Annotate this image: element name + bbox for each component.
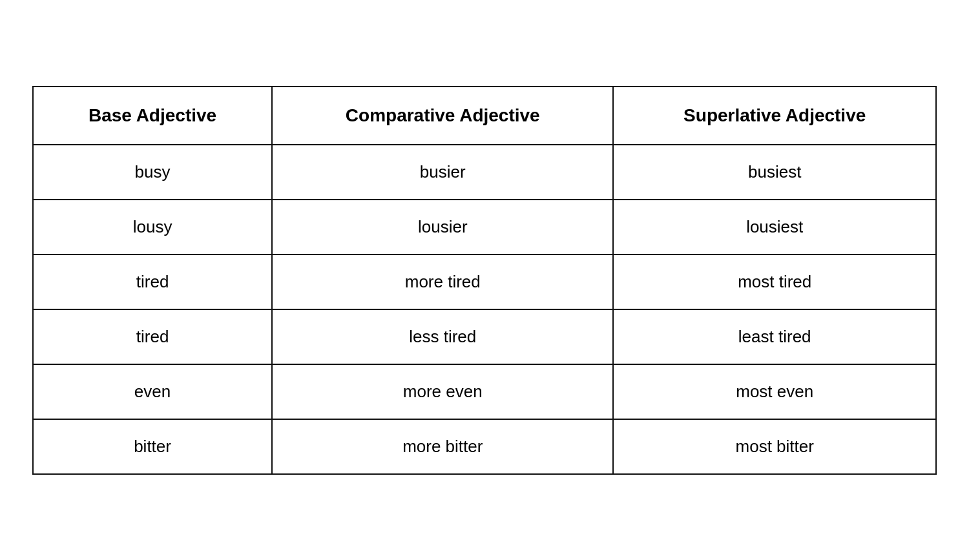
header-comparative-adjective: Comparative Adjective bbox=[272, 87, 613, 145]
cell-base-0: busy bbox=[33, 145, 272, 200]
cell-comparative-0: busier bbox=[272, 145, 613, 200]
cell-comparative-1: lousier bbox=[272, 200, 613, 254]
cell-base-1: lousy bbox=[33, 200, 272, 254]
table-row: busybusierbusiest bbox=[33, 145, 936, 200]
adjective-table: Base Adjective Comparative Adjective Sup… bbox=[32, 86, 937, 475]
cell-comparative-5: more bitter bbox=[272, 419, 613, 474]
table-row: tiredmore tiredmost tired bbox=[33, 254, 936, 309]
cell-comparative-4: more even bbox=[272, 364, 613, 419]
header-superlative-adjective: Superlative Adjective bbox=[613, 87, 936, 145]
cell-base-4: even bbox=[33, 364, 272, 419]
cell-superlative-1: lousiest bbox=[613, 200, 936, 254]
cell-comparative-3: less tired bbox=[272, 309, 613, 364]
table-row: lousylousierlousiest bbox=[33, 200, 936, 254]
cell-superlative-3: least tired bbox=[613, 309, 936, 364]
cell-superlative-5: most bitter bbox=[613, 419, 936, 474]
cell-superlative-4: most even bbox=[613, 364, 936, 419]
cell-base-3: tired bbox=[33, 309, 272, 364]
table-row: evenmore evenmost even bbox=[33, 364, 936, 419]
table-row: bittermore bittermost bitter bbox=[33, 419, 936, 474]
cell-superlative-0: busiest bbox=[613, 145, 936, 200]
table-row: tiredless tiredleast tired bbox=[33, 309, 936, 364]
table-header-row: Base Adjective Comparative Adjective Sup… bbox=[33, 87, 936, 145]
cell-base-5: bitter bbox=[33, 419, 272, 474]
header-base-adjective: Base Adjective bbox=[33, 87, 272, 145]
cell-base-2: tired bbox=[33, 254, 272, 309]
cell-superlative-2: most tired bbox=[613, 254, 936, 309]
cell-comparative-2: more tired bbox=[272, 254, 613, 309]
adjective-table-container: Base Adjective Comparative Adjective Sup… bbox=[32, 86, 937, 475]
